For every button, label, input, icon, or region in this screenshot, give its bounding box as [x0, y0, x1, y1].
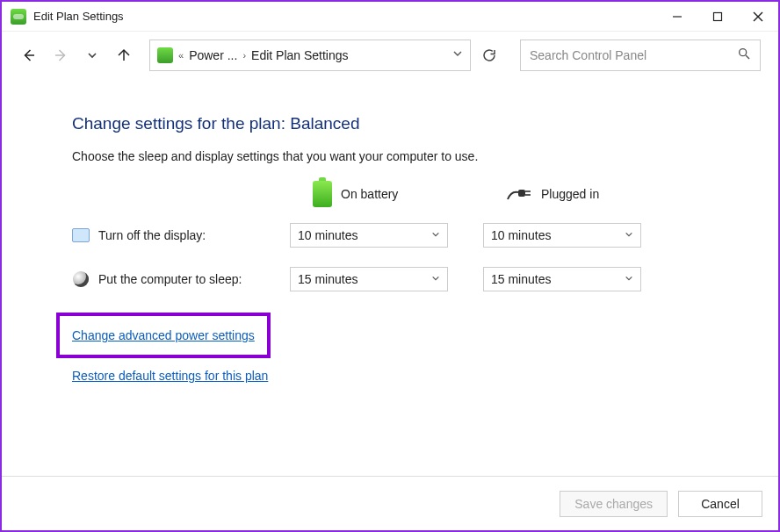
row-display-label: Turn off the display: — [98, 228, 206, 242]
save-button: Save changes — [560, 491, 668, 517]
breadcrumb-item-2[interactable]: Edit Plan Settings — [251, 48, 349, 62]
col-header-plugged-label: Plugged in — [541, 187, 599, 201]
search-icon — [737, 47, 751, 63]
page-heading: Change settings for the plan: Balanced — [72, 114, 708, 133]
nav-forward-button[interactable] — [51, 46, 70, 65]
svg-rect-1 — [714, 12, 722, 20]
column-headers: On battery Plugged in — [72, 181, 708, 207]
display-plugged-value: 10 minutes — [491, 228, 551, 242]
col-header-battery-label: On battery — [341, 187, 398, 201]
breadcrumb-dropdown-icon[interactable] — [452, 48, 463, 61]
chevron-down-icon — [625, 230, 633, 241]
restore-defaults-link[interactable]: Restore default settings for this plan — [72, 369, 268, 383]
advanced-power-settings-link[interactable]: Change advanced power settings — [56, 313, 271, 358]
col-header-battery: On battery — [290, 181, 448, 207]
app-icon — [11, 9, 26, 25]
sleep-plugged-dropdown[interactable]: 15 minutes — [483, 267, 641, 291]
row-sleep: Put the computer to sleep: 15 minutes 15… — [72, 267, 708, 291]
sleep-battery-dropdown[interactable]: 15 minutes — [290, 267, 448, 291]
window: Edit Plan Settings « — [0, 0, 780, 532]
display-battery-dropdown[interactable]: 10 minutes — [290, 223, 448, 248]
row-sleep-label-group: Put the computer to sleep: — [72, 270, 290, 288]
breadcrumb[interactable]: « Power ... › Edit Plan Settings — [149, 40, 471, 71]
nav-back-button[interactable] — [19, 46, 39, 65]
chevron-down-icon — [431, 230, 440, 241]
display-icon — [72, 226, 90, 244]
breadcrumb-icon — [157, 47, 173, 63]
nav-up-button[interactable] — [114, 46, 134, 65]
title-bar: Edit Plan Settings — [2, 2, 778, 32]
close-button[interactable] — [738, 3, 778, 31]
content-area: Change settings for the plan: Balanced C… — [2, 79, 778, 476]
cancel-button-label: Cancel — [701, 497, 740, 511]
cancel-button[interactable]: Cancel — [678, 491, 762, 517]
minimize-button[interactable] — [657, 3, 697, 31]
window-controls — [657, 3, 778, 31]
page-subtext: Choose the sleep and display settings th… — [72, 149, 708, 163]
nav-bar: « Power ... › Edit Plan Settings Search … — [2, 32, 778, 79]
window-title: Edit Plan Settings — [33, 10, 124, 23]
display-plugged-dropdown[interactable]: 10 minutes — [483, 223, 641, 248]
breadcrumb-root-chevrons: « — [178, 50, 184, 61]
svg-rect-9 — [518, 190, 525, 197]
row-display-label-group: Turn off the display: — [72, 226, 290, 244]
sleep-battery-value: 15 minutes — [298, 272, 358, 286]
breadcrumb-sep-icon: › — [242, 50, 246, 61]
moon-icon — [72, 270, 90, 288]
plug-icon — [506, 185, 532, 203]
battery-icon — [313, 181, 332, 207]
display-battery-value: 10 minutes — [298, 228, 358, 242]
chevron-down-icon — [625, 274, 633, 284]
col-header-plugged: Plugged in — [483, 185, 641, 203]
row-sleep-label: Put the computer to sleep: — [98, 272, 242, 286]
search-input[interactable]: Search Control Panel — [520, 40, 761, 71]
refresh-button[interactable] — [480, 46, 499, 65]
recent-locations-button[interactable] — [83, 46, 102, 65]
chevron-down-icon — [431, 274, 440, 284]
links-section: Change advanced power settings Restore d… — [72, 313, 708, 392]
svg-point-7 — [740, 49, 747, 56]
footer: Save changes Cancel — [2, 476, 778, 530]
sleep-plugged-value: 15 minutes — [491, 272, 551, 286]
svg-line-8 — [746, 55, 749, 59]
save-button-label: Save changes — [574, 497, 653, 511]
breadcrumb-item-1[interactable]: Power ... — [189, 48, 237, 62]
row-display: Turn off the display: 10 minutes 10 minu… — [72, 223, 708, 248]
maximize-button[interactable] — [697, 3, 738, 31]
search-placeholder: Search Control Panel — [530, 48, 646, 62]
